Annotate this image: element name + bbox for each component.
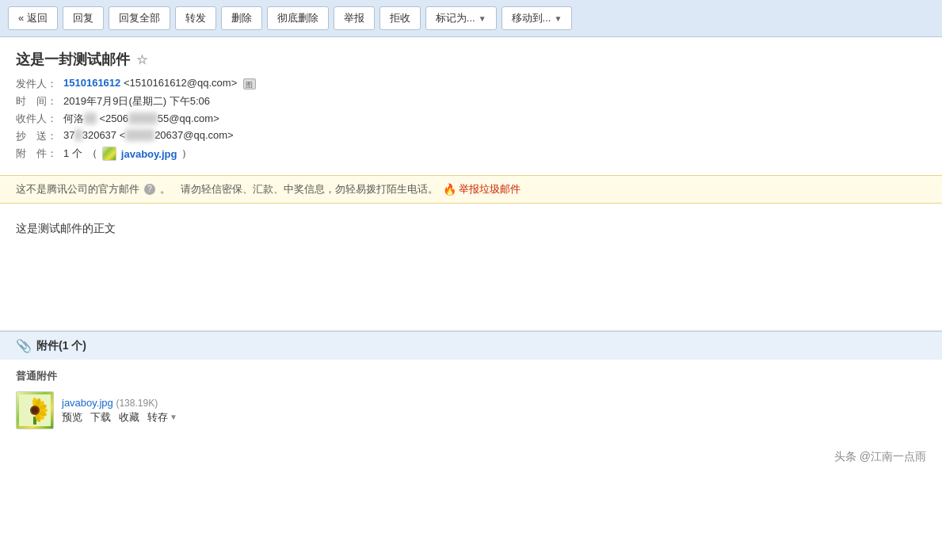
attachment-body: 普通附件 — [0, 360, 942, 442]
warning-banner: 这不是腾讯公司的官方邮件 ? 。 请勿轻信密保、汇款、中奖信息，勿轻易拨打陌生电… — [0, 175, 942, 204]
sender-label: 发件人： — [16, 77, 63, 91]
star-icon[interactable]: ☆ — [136, 52, 147, 67]
attach-info: javaboy.jpg (138.19K) 预览 下载 收藏 转存 ▼ — [62, 397, 177, 425]
move-button[interactable]: 移动到... ▼ — [502, 6, 573, 30]
attach-actions: 预览 下载 收藏 转存 ▼ — [62, 410, 177, 425]
email-header: 这是一封测试邮件 ☆ 发件人： 1510161612 <1510161612@q… — [0, 37, 942, 175]
cc-label: 抄 送： — [16, 129, 63, 143]
svg-point-11 — [32, 407, 38, 413]
attachment-file-link[interactable]: javaboy.jpg — [121, 148, 177, 160]
attachment-paren-close: ） — [181, 147, 192, 161]
cc-blurred2: ████ — [125, 129, 154, 141]
toolbar: « 返回 回复 回复全部 转发 删除 彻底删除 举报 拒收 标记为... ▼ 移… — [0, 0, 942, 37]
fire-icon: 🔥 — [443, 183, 456, 196]
back-button[interactable]: « 返回 — [8, 6, 58, 30]
attachment-section-header: 📎 附件(1 个) — [0, 331, 942, 360]
forward-button[interactable]: 转发 — [175, 6, 216, 30]
sender-name[interactable]: 1510161612 — [63, 77, 120, 89]
attachment-count: 1 个 — [63, 147, 82, 161]
to-label: 收件人： — [16, 112, 63, 126]
permanent-delete-button[interactable]: 彻底删除 — [267, 6, 329, 30]
time-label: 时 间： — [16, 94, 63, 109]
preview-link[interactable]: 预览 — [62, 410, 82, 425]
saveto-link[interactable]: 转存 ▼ — [147, 410, 177, 425]
attach-filesize: (138.19K) — [116, 398, 158, 409]
attachment-paren-open: （ — [87, 147, 97, 161]
warning-middle-text: 。 请勿轻信密保、汇款、中奖信息，勿轻易拨打陌生电话。 — [160, 182, 438, 196]
reply-all-button[interactable]: 回复全部 — [109, 6, 170, 30]
attachment-thumbnail[interactable] — [16, 391, 54, 429]
sender-email: <1510161612@qq.com> — [124, 77, 237, 89]
attachment-item: javaboy.jpg (138.19K) 预览 下载 收藏 转存 ▼ — [16, 391, 926, 429]
email-subject: 这是一封测试邮件 ☆ — [16, 50, 926, 69]
time-value: 2019年7月9日(星期二) 下午5:06 — [63, 94, 926, 109]
to-value: 何洛citi <2506████55@qq.com> — [63, 112, 926, 126]
reply-button[interactable]: 回复 — [63, 6, 104, 30]
warning-text: 这不是腾讯公司的官方邮件 — [16, 182, 139, 196]
save-link[interactable]: 收藏 — [119, 410, 139, 425]
attachment-meta: 1 个 （ javaboy.jpg ） — [63, 147, 926, 161]
attachment-file-icon — [102, 147, 116, 161]
footer-watermark: 头条 @江南一点雨 — [0, 442, 942, 472]
sender-value: 1510161612 <1510161612@qq.com> 图 — [63, 77, 926, 91]
email-meta: 发件人： 1510161612 <1510161612@qq.com> 图 时 … — [16, 77, 926, 161]
to-blurred2: ████ — [128, 112, 158, 124]
delete-button[interactable]: 删除 — [221, 6, 262, 30]
mark-button[interactable]: 标记为... ▼ — [425, 6, 497, 30]
address-book-icon[interactable]: 图 — [243, 78, 256, 90]
warning-help-icon[interactable]: ? — [144, 184, 155, 195]
cc-value: 37█320637 <████20637@qq.com> — [63, 129, 926, 143]
attachment-section-title: 附件(1 个) — [36, 339, 86, 353]
to-blurred: citi — [84, 112, 97, 124]
email-body: 这是测试邮件的正文 — [0, 204, 942, 330]
cc-blurred: █ — [74, 129, 82, 141]
report-spam-link[interactable]: 🔥 举报垃圾邮件 — [443, 182, 521, 196]
report-button[interactable]: 举报 — [334, 6, 375, 30]
attachment-label: 附 件： — [16, 147, 63, 161]
attach-category: 普通附件 — [16, 369, 926, 383]
attach-filename: javaboy.jpg (138.19K) — [62, 397, 177, 409]
paperclip-icon: 📎 — [16, 338, 32, 353]
attach-name-link[interactable]: javaboy.jpg — [62, 397, 113, 409]
mark-dropdown-arrow: ▼ — [479, 14, 486, 23]
reject-button[interactable]: 拒收 — [379, 6, 421, 30]
saveto-dropdown-arrow: ▼ — [170, 413, 177, 421]
download-link[interactable]: 下载 — [90, 410, 111, 425]
move-dropdown-arrow: ▼ — [554, 14, 562, 23]
